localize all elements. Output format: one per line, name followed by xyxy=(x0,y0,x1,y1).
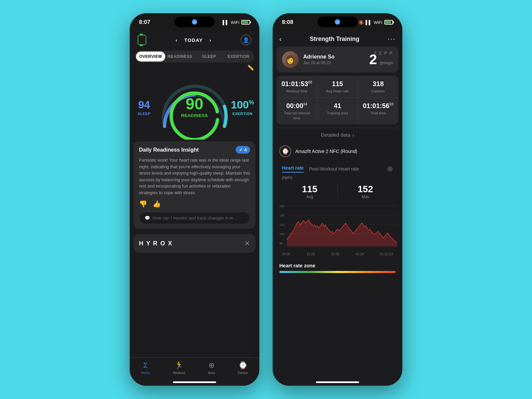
tab-exertion[interactable]: EXERTION xyxy=(224,52,253,62)
svg-text:100: 100 xyxy=(279,232,284,236)
svg-text:120: 120 xyxy=(279,223,284,226)
hyrox-card[interactable]: H Y R O X ✕ xyxy=(134,234,255,253)
thumbs-up-icon[interactable]: 👍 xyxy=(153,200,161,208)
sleep-value: 94 xyxy=(138,99,151,111)
insight-badge[interactable]: ✓ 4 xyxy=(236,146,250,154)
hr-max-stat: 152 Max xyxy=(338,184,393,199)
hyrox-close-button[interactable]: ✕ xyxy=(244,239,250,247)
zoom-icon[interactable]: ⊕ xyxy=(387,165,393,173)
stat-avg-hr: 115 Avg heart rate xyxy=(317,76,357,97)
hr-stats-row: 115 Avg 152 Max xyxy=(277,182,398,203)
stat-total-time: 01:01:5693 Total time xyxy=(358,98,398,124)
notch-left xyxy=(175,17,214,27)
edit-icon[interactable]: ✏️ xyxy=(247,65,254,71)
nav-today[interactable]: ‹ TODAY › xyxy=(176,37,211,43)
bell-icon: 🔕 xyxy=(358,20,364,25)
hr-tabs: Heart rate Post-Workout Heart rate ⊕ xyxy=(277,161,398,175)
nav-forward-arrow[interactable]: › xyxy=(209,37,211,43)
readiness-label: READINESS xyxy=(181,113,208,118)
stat-calories: 318 Calories xyxy=(358,76,398,97)
status-icons-left: ▌▌ WiFi xyxy=(223,20,250,25)
home-indicator-right xyxy=(316,381,359,383)
svg-text:160: 160 xyxy=(279,204,284,208)
profile-icon: 👤 xyxy=(243,37,249,43)
stat-value-5: 01:01:5693 xyxy=(361,102,395,110)
battery-fill-right xyxy=(385,21,391,24)
time-right: 8:08 xyxy=(282,19,293,26)
nav-back-arrow[interactable]: ‹ xyxy=(176,37,178,43)
stat-label-1: Avg heart rate xyxy=(321,89,354,93)
hyrox-title: H Y R O X xyxy=(139,240,173,247)
avatar-image: 👩 xyxy=(282,51,299,68)
svg-text:80: 80 xyxy=(279,242,283,245)
groups-label: groups xyxy=(380,60,393,65)
main-tab-bar: OVERVIEW READINESS SLEEP EXERTION xyxy=(135,51,254,63)
stat-value-1: 115 xyxy=(321,80,354,88)
chat-placeholder: How can I monitor and track changes in m… xyxy=(153,215,237,220)
hr-x-2: 30:56 xyxy=(331,252,339,256)
stat-value-2: 318 xyxy=(361,80,395,88)
battery-fill xyxy=(242,21,248,24)
stat-value-0: 01:01:5388 xyxy=(280,80,314,88)
more-button[interactable]: ··· xyxy=(388,35,396,43)
battery-icon-right xyxy=(384,20,393,25)
stat-label-4: Training load xyxy=(321,111,354,115)
nav-device[interactable]: ⌚ Device xyxy=(238,361,248,375)
right-phone: 8:08 🔕 ▌▌ WiFi ‹ Strength Training ··· 👩… xyxy=(273,13,402,386)
exertion-value: 100% xyxy=(231,99,254,111)
home-icon: Σ xyxy=(143,361,148,370)
signal-icon: ▌▌ xyxy=(223,20,229,25)
user-date: Jan 20 at 08:23 xyxy=(303,61,364,65)
home-indicator xyxy=(173,381,216,383)
sleep-label: SLEEP xyxy=(138,112,151,116)
insight-header: Daily Readiness Insight ✓ 4 xyxy=(139,146,250,154)
notch-right xyxy=(318,17,357,27)
thumbs-down-icon[interactable]: 👎 xyxy=(139,200,147,208)
wifi-icon-right: WiFi xyxy=(374,20,382,25)
nav-workout[interactable]: 🏃 Workout xyxy=(173,361,185,375)
back-button[interactable]: ‹ xyxy=(279,35,282,43)
aura-icon: ⊕ xyxy=(208,361,214,370)
gauge-area: 94 SLEEP 90 READINESS 100% EXERTION xyxy=(130,72,259,139)
nav-aura[interactable]: ⊕ Aura xyxy=(208,361,215,375)
signal-icon-right: ▌▌ xyxy=(366,20,372,25)
tab-sleep[interactable]: SLEEP xyxy=(195,52,224,62)
status-icons-right: 🔕 ▌▌ WiFi xyxy=(358,20,393,25)
user-banner: 👩 Adrienne So Jan 20 at 08:23 2 groups Z… xyxy=(277,47,398,72)
detailed-data-row[interactable]: Detailed data › xyxy=(277,128,398,142)
profile-button[interactable]: 👤 xyxy=(241,35,251,45)
status-bar-right: 8:08 🔕 ▌▌ WiFi xyxy=(273,13,402,31)
hr-tab-post[interactable]: Post-Workout Heart rate xyxy=(309,166,359,172)
checkmark-icon: ✓ xyxy=(239,147,243,152)
zepp-logo: Z Σ P P xyxy=(374,51,393,56)
readiness-value: 90 xyxy=(181,95,208,113)
hr-x-4: 01:01:53 xyxy=(380,252,393,256)
device-icon: ⌚ xyxy=(238,361,247,370)
tab-overview[interactable]: OVERVIEW xyxy=(136,52,165,62)
left-phone: 8:07 ▌▌ WiFi ‹ TODAY › 👤 OVERVI xyxy=(130,13,259,386)
insight-feedback: 👎 👍 xyxy=(139,200,250,208)
nav-home[interactable]: Σ Home xyxy=(141,361,150,375)
wifi-icon: WiFi xyxy=(231,20,239,25)
readiness-center: 90 READINESS xyxy=(181,95,208,118)
avatar: 👩 xyxy=(282,51,299,68)
stat-workout-time: 01:01:5388 Workout time xyxy=(277,76,317,97)
stat-interval-time: 00:0094 Total set interval time xyxy=(277,98,317,124)
hr-zone-section: Heart rate zone xyxy=(273,259,402,273)
nav-header: ‹ TODAY › 👤 xyxy=(130,31,259,49)
insight-card: Daily Readiness Insight ✓ 4 Fantastic wo… xyxy=(134,141,255,229)
hr-unit: (bpm) xyxy=(277,175,398,182)
tab-readiness[interactable]: READINESS xyxy=(165,52,195,62)
bottom-nav: Σ Home 🏃 Workout ⊕ Aura ⌚ Device xyxy=(130,357,259,381)
nav-workout-label: Workout xyxy=(173,371,185,375)
chevron-right-icon: › xyxy=(352,132,354,138)
hr-chart: 160 140 120 100 80 xyxy=(277,203,398,250)
user-info: Adrienne So Jan 20 at 08:23 xyxy=(303,54,364,65)
hr-tab-active[interactable]: Heart rate xyxy=(282,165,304,173)
exertion-label: EXERTION xyxy=(231,112,254,116)
insight-chat-input[interactable]: 💬 How can I monitor and track changes in… xyxy=(139,212,250,224)
stat-value-3: 00:0094 xyxy=(280,102,314,110)
exertion-stat: 100% EXERTION xyxy=(231,99,254,116)
device-watch-icon: ⌚ xyxy=(279,145,291,157)
nav-date-label: TODAY xyxy=(184,37,203,43)
